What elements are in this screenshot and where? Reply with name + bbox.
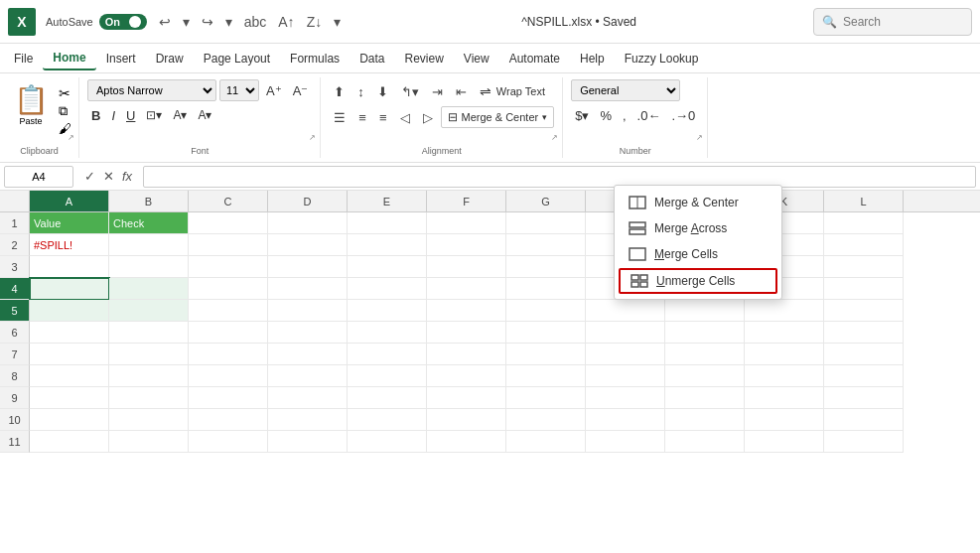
border-btn[interactable]: ⊡▾	[142, 104, 166, 126]
text-direction-btn[interactable]: ↰▾	[396, 81, 424, 102]
italic-button[interactable]: I	[107, 104, 119, 126]
col-header-d[interactable]: D	[268, 191, 348, 211]
cell-B4[interactable]	[109, 278, 189, 300]
undo-dropdown-icon[interactable]: ▾	[179, 12, 194, 32]
cell-E9[interactable]	[348, 387, 427, 409]
cell-A1[interactable]: Value	[30, 212, 109, 234]
autosave-toggle[interactable]: On	[99, 14, 147, 30]
formula-fx-icon[interactable]: fx	[119, 168, 135, 185]
cell-A7[interactable]	[30, 344, 109, 365]
cell-reference-box[interactable]	[4, 166, 73, 188]
cell-D3[interactable]	[268, 256, 348, 278]
bold-button[interactable]: B	[87, 104, 104, 126]
comma-btn[interactable]: ,	[619, 104, 630, 126]
currency-btn[interactable]: $▾	[571, 104, 593, 126]
cell-F10[interactable]	[427, 409, 506, 431]
cell-L10[interactable]	[824, 409, 904, 431]
cell-G3[interactable]	[506, 256, 586, 278]
cell-F8[interactable]	[427, 365, 506, 387]
indent-decrease-btn[interactable]: ⇤	[451, 81, 472, 102]
search-input[interactable]	[843, 15, 942, 29]
cell-L8[interactable]	[824, 365, 904, 387]
cell-G7[interactable]	[506, 344, 586, 365]
cell-B1[interactable]: Check	[109, 212, 189, 234]
menu-formulas[interactable]: Formulas	[280, 48, 350, 69]
cell-C4[interactable]	[189, 278, 268, 300]
clipboard-expander[interactable]: ↗	[66, 133, 76, 144]
sort-asc-icon[interactable]: A↑	[274, 12, 298, 32]
row-number-2[interactable]: 2	[0, 234, 30, 256]
cell-G6[interactable]	[506, 322, 586, 344]
cell-B3[interactable]	[109, 256, 189, 278]
row-number-7[interactable]: 7	[0, 344, 30, 365]
col-header-a[interactable]: A	[30, 191, 109, 211]
cell-D1[interactable]	[268, 212, 348, 234]
row-number-3[interactable]: 3	[0, 256, 30, 278]
cell-F6[interactable]	[427, 322, 506, 344]
cell-B8[interactable]	[109, 365, 189, 387]
cell-D7[interactable]	[268, 344, 348, 365]
cell-A8[interactable]	[30, 365, 109, 387]
col-header-b[interactable]: B	[109, 191, 189, 211]
menu-fuzzy-lookup[interactable]: Fuzzy Lookup	[615, 48, 709, 69]
cell-C9[interactable]	[189, 387, 268, 409]
font-color-btn[interactable]: A▾	[194, 104, 215, 126]
cell-E5[interactable]	[348, 300, 427, 322]
cell-D4[interactable]	[268, 278, 348, 300]
cell-F4[interactable]	[427, 278, 506, 300]
cell-K5[interactable]	[745, 300, 824, 322]
align-middle-btn[interactable]: ↕	[352, 81, 369, 102]
cell-I10[interactable]	[665, 409, 745, 431]
cell-L7[interactable]	[824, 344, 904, 365]
cell-C1[interactable]	[189, 212, 268, 234]
cell-C7[interactable]	[189, 344, 268, 365]
cell-E8[interactable]	[348, 365, 427, 387]
menu-insert[interactable]: Insert	[96, 48, 146, 69]
number-format-select[interactable]: General	[571, 79, 680, 101]
col-header-g[interactable]: G	[506, 191, 586, 211]
cell-A3[interactable]	[30, 256, 109, 278]
cell-C5[interactable]	[189, 300, 268, 322]
search-box[interactable]: 🔍	[813, 8, 972, 36]
cell-I6[interactable]	[665, 322, 745, 344]
cell-A2[interactable]: #SPILL!	[30, 234, 109, 256]
fill-color-btn[interactable]: A▾	[169, 104, 191, 126]
cell-F9[interactable]	[427, 387, 506, 409]
cell-E7[interactable]	[348, 344, 427, 365]
cell-I5[interactable]	[665, 300, 745, 322]
cell-L3[interactable]	[824, 256, 904, 278]
cell-A6[interactable]	[30, 322, 109, 344]
align-increase-indent-btn[interactable]: ▷	[418, 107, 438, 128]
cell-F2[interactable]	[427, 234, 506, 256]
cell-A4[interactable]	[30, 278, 109, 300]
cell-H11[interactable]	[586, 431, 665, 453]
font-size-select[interactable]: 11	[219, 79, 259, 101]
menu-draw[interactable]: Draw	[146, 48, 194, 69]
menu-home[interactable]: Home	[43, 47, 95, 70]
cell-G9[interactable]	[506, 387, 586, 409]
cell-L1[interactable]	[824, 212, 904, 234]
unmerge-cells-option[interactable]: Unmerge Cells	[619, 268, 777, 294]
cell-B5[interactable]	[109, 300, 189, 322]
cell-A5[interactable]	[30, 300, 109, 322]
font-name-select[interactable]: Aptos Narrow	[87, 79, 216, 101]
cell-B10[interactable]	[109, 409, 189, 431]
merge-center-option[interactable]: Merge & Center	[615, 190, 781, 215]
row-number-5[interactable]: 5	[0, 300, 30, 322]
copy-icon[interactable]: ⧉	[59, 103, 71, 119]
cell-K9[interactable]	[745, 387, 824, 409]
cell-G11[interactable]	[506, 431, 586, 453]
cell-F7[interactable]	[427, 344, 506, 365]
cell-C8[interactable]	[189, 365, 268, 387]
cell-B7[interactable]	[109, 344, 189, 365]
cell-I7[interactable]	[665, 344, 745, 365]
cell-F1[interactable]	[427, 212, 506, 234]
decrease-font-btn[interactable]: A⁻	[289, 79, 313, 101]
alignment-expander[interactable]: ↗	[549, 133, 560, 144]
number-expander[interactable]: ↗	[694, 133, 705, 144]
cell-D8[interactable]	[268, 365, 348, 387]
redo-dropdown-icon[interactable]: ▾	[221, 12, 236, 32]
cell-G1[interactable]	[506, 212, 586, 234]
row-number-11[interactable]: 11	[0, 431, 30, 453]
cell-L2[interactable]	[824, 234, 904, 256]
